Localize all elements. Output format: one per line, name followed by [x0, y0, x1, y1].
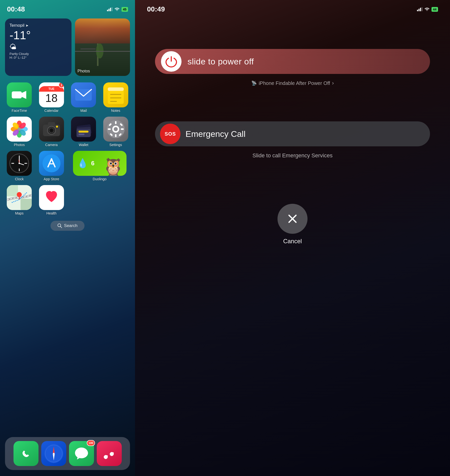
- weather-city: Ternopil ➤: [10, 23, 67, 28]
- dock-icon-safari: [41, 441, 66, 466]
- dock-messages[interactable]: 100: [69, 441, 94, 466]
- app-camera[interactable]: Camera: [37, 117, 66, 147]
- app-calendar[interactable]: TUE 18 1 Calendar: [37, 82, 66, 113]
- svg-rect-3: [112, 7, 112, 11]
- findable-chevron: ›: [332, 80, 334, 86]
- svg-rect-30: [78, 131, 88, 133]
- app-icon-facetime: [7, 82, 32, 107]
- app-icon-appstore: [39, 151, 64, 176]
- app-icon-maps: [7, 185, 32, 210]
- weather-condition-icon: 🌤: [10, 43, 67, 51]
- app-label-settings: Settings: [109, 143, 122, 147]
- app-settings[interactable]: Settings: [102, 117, 130, 147]
- status-time-right: 00:49: [147, 5, 165, 13]
- weather-widget[interactable]: Ternopil ➤ -11° 🌤 Partly Cloudy H:-3° L:…: [5, 18, 72, 76]
- messages-badge: 100: [87, 440, 95, 446]
- wireless-icon: 📡: [251, 80, 257, 86]
- power-off-text: slide to power off: [188, 57, 254, 66]
- svg-rect-59: [20, 199, 32, 210]
- svg-rect-36: [115, 134, 116, 137]
- app-label-facetime: FaceTime: [12, 109, 27, 113]
- cancel-label: Cancel: [283, 238, 302, 245]
- app-notes[interactable]: Notes: [102, 82, 130, 113]
- dock-icon-phone: [14, 441, 38, 466]
- svg-point-52: [18, 163, 20, 164]
- app-grid-row2: Photos Camera: [0, 115, 135, 149]
- svg-rect-70: [418, 9, 420, 11]
- app-grid-row4: Maps Health: [0, 183, 135, 217]
- photo-widget[interactable]: Photos: [75, 18, 130, 76]
- dock-safari[interactable]: [41, 441, 66, 466]
- signal-icon-right: [417, 7, 422, 11]
- search-pill[interactable]: Search: [50, 221, 84, 231]
- calendar-date: 18: [45, 93, 58, 104]
- app-appstore[interactable]: App Store: [37, 151, 66, 181]
- app-duolingo[interactable]: 💧 6 🦉 Duolingo: [69, 151, 130, 181]
- wifi-icon-right: [424, 7, 430, 11]
- app-label-calendar: Calendar: [44, 109, 58, 113]
- app-label-clock: Clock: [15, 177, 24, 181]
- phone-left: 00:48 45 Ternopil ➤ -11° 🌤: [0, 0, 135, 476]
- cancel-button[interactable]: [278, 204, 308, 234]
- emergency-call-slider[interactable]: SOS Emergency Call: [155, 121, 430, 146]
- search-icon: [58, 224, 62, 228]
- app-maps[interactable]: Maps: [5, 185, 34, 215]
- svg-rect-1: [108, 9, 110, 11]
- app-label-notes: Notes: [111, 109, 120, 113]
- app-label-photos: Photos: [14, 143, 25, 147]
- weather-highlow: H:-3° L:-12°: [10, 56, 67, 59]
- wifi-icon-left: [114, 7, 120, 11]
- search-label: Search: [64, 223, 78, 228]
- power-icon: [161, 51, 182, 72]
- app-clock[interactable]: Clock: [5, 151, 34, 181]
- emergency-call-text: Emergency Call: [186, 129, 246, 139]
- status-icons-left: 45: [107, 7, 128, 12]
- app-icon-calendar: TUE 18 1: [39, 82, 64, 107]
- phone-right: 00:49 44 slide to: [135, 0, 450, 476]
- app-facetime[interactable]: FaceTime: [5, 82, 34, 113]
- app-wallet[interactable]: Wallet: [69, 117, 98, 147]
- svg-rect-71: [420, 8, 421, 11]
- power-off-slider[interactable]: slide to power off: [155, 49, 430, 74]
- svg-line-63: [60, 227, 62, 228]
- svg-rect-37: [108, 128, 111, 130]
- battery-badge-right: 44: [432, 7, 438, 12]
- svg-rect-0: [107, 10, 108, 11]
- svg-rect-8: [108, 87, 124, 91]
- app-icon-settings: [103, 117, 128, 142]
- dock-music[interactable]: [97, 441, 122, 466]
- svg-rect-58: [7, 185, 18, 196]
- app-icon-photos: [7, 117, 32, 142]
- status-bar-left: 00:48 45: [0, 0, 135, 14]
- app-icon-wallet: [71, 117, 96, 142]
- svg-rect-2: [110, 8, 111, 11]
- app-health[interactable]: Health: [37, 185, 66, 215]
- svg-rect-72: [422, 7, 422, 11]
- svg-point-68: [53, 453, 54, 454]
- search-bar: Search: [0, 217, 135, 233]
- app-grid-row1: FaceTime TUE 18 1 Calendar Mail: [0, 80, 135, 115]
- dock-phone[interactable]: [14, 441, 38, 466]
- svg-point-25: [50, 129, 53, 132]
- dock-icon-messages: 100: [69, 441, 94, 466]
- svg-rect-4: [12, 91, 22, 98]
- app-icon-clock: [7, 151, 32, 176]
- svg-point-60: [17, 192, 22, 197]
- widgets-row: Ternopil ➤ -11° 🌤 Partly Cloudy H:-3° L:…: [0, 14, 135, 78]
- app-label-wallet: Wallet: [79, 143, 88, 147]
- app-photos[interactable]: Photos: [5, 117, 34, 147]
- svg-rect-38: [121, 128, 124, 130]
- power-slider-container: slide to power off 📡 iPhone Findable Aft…: [155, 49, 430, 86]
- app-mail[interactable]: Mail: [69, 82, 98, 113]
- app-label-camera: Camera: [45, 143, 58, 147]
- weather-temp: -11°: [10, 29, 67, 42]
- status-time-left: 00:48: [7, 5, 25, 13]
- svg-marker-5: [22, 91, 26, 99]
- cancel-container: Cancel: [135, 204, 450, 245]
- emergency-container: SOS Emergency Call Slide to call Emergen…: [155, 121, 430, 159]
- app-grid-row3: Clock App Store 💧: [0, 149, 135, 183]
- battery-badge-left: 45: [122, 7, 128, 12]
- findable-info: 📡 iPhone Findable After Power Off ›: [155, 80, 430, 86]
- app-label-mail: Mail: [80, 109, 87, 113]
- app-label-appstore: App Store: [44, 177, 59, 181]
